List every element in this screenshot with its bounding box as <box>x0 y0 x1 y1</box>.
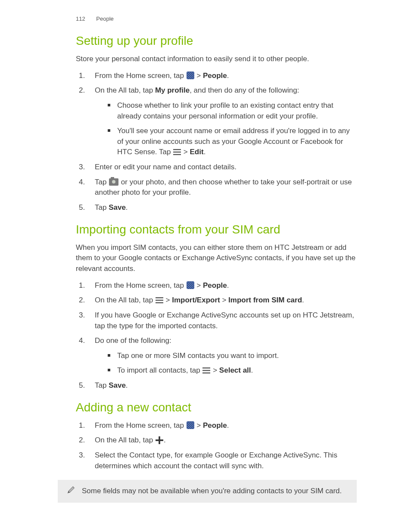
step-3: Select the Contact type, for example Goo… <box>87 450 357 471</box>
page-number: 112 <box>76 16 85 22</box>
svg-rect-1 <box>173 152 181 152</box>
page-header: 112 People <box>76 16 357 22</box>
svg-rect-10 <box>156 440 163 442</box>
heading-profile: Setting up your profile <box>76 34 357 48</box>
step-5: Tap Save. <box>87 202 357 213</box>
camera-icon <box>109 178 118 186</box>
note-text: Some fields may not be available when yo… <box>82 486 342 497</box>
steps-import-sim: From the Home screen, tap > People. On t… <box>76 280 357 391</box>
substeps: Tap one or more SIM contacts you want to… <box>95 351 357 376</box>
apps-grid-icon <box>187 72 194 79</box>
intro-import-sim: When you import SIM contacts, you can ei… <box>76 243 357 274</box>
header-section: People <box>96 16 113 22</box>
svg-rect-5 <box>156 302 163 303</box>
step-2: On the All tab, tap My profile, and then… <box>87 85 357 158</box>
menu-icon <box>202 367 210 373</box>
pencil-icon <box>65 485 76 496</box>
svg-rect-0 <box>173 149 181 150</box>
svg-line-12 <box>69 488 74 492</box>
steps-add-contact: From the Home screen, tap > People. On t… <box>76 420 357 472</box>
svg-rect-6 <box>202 367 210 368</box>
plus-icon <box>156 436 163 444</box>
svg-rect-4 <box>156 300 163 301</box>
step-2: On the All tab, tap > Import/Export > Im… <box>87 295 357 306</box>
step-5: Tap Save. <box>87 380 357 391</box>
step-3: If you have Google or Exchange ActiveSyn… <box>87 310 357 331</box>
step-1: From the Home screen, tap > People. <box>87 71 357 81</box>
substeps: Choose whether to link your profile to a… <box>95 100 357 158</box>
bullet-account-edit: You'll see your account name or email ad… <box>110 126 357 158</box>
step-3: Enter or edit your name and contact deta… <box>87 162 357 173</box>
svg-rect-3 <box>156 297 163 298</box>
intro-profile: Store your personal contact information … <box>76 54 357 65</box>
heading-import-sim: Importing contacts from your SIM card <box>76 223 357 236</box>
step-2: On the All tab, tap . <box>87 435 357 446</box>
heading-add-contact: Adding a new contact <box>76 401 357 414</box>
document-page: 112 People Setting up your profile Store… <box>0 0 411 524</box>
apps-grid-icon <box>187 421 194 429</box>
menu-icon <box>173 149 181 155</box>
bullet-select-all: To import all contacts, tap > Select all… <box>110 365 357 376</box>
svg-rect-8 <box>202 373 210 373</box>
bullet-tap-sim: Tap one or more SIM contacts you want to… <box>110 351 357 361</box>
step-1: From the Home screen, tap > People. <box>87 420 357 431</box>
svg-rect-2 <box>173 154 181 155</box>
steps-profile: From the Home screen, tap > People. On t… <box>76 71 357 213</box>
step-1: From the Home screen, tap > People. <box>87 280 357 291</box>
note-box: Some fields may not be available when yo… <box>58 480 357 503</box>
svg-rect-7 <box>202 370 210 371</box>
bullet-link-profile: Choose whether to link your profile to a… <box>110 100 357 121</box>
menu-icon <box>156 297 163 303</box>
step-4: Do one of the following: Tap one or more… <box>87 336 357 376</box>
apps-grid-icon <box>187 281 194 289</box>
step-4: Tap or your photo, and then choose wheth… <box>87 177 357 198</box>
